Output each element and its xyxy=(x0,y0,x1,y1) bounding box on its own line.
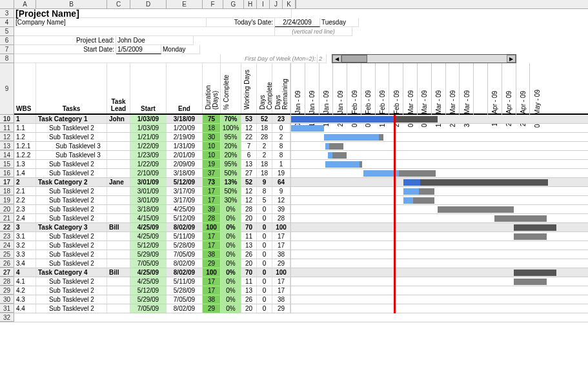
cell-start[interactable]: 4/25/09 xyxy=(130,268,167,277)
row-number[interactable]: 24 xyxy=(0,241,14,250)
cell-task[interactable]: Sub Tasklevel 2 xyxy=(36,205,107,213)
column-header-J[interactable]: J xyxy=(270,0,283,8)
table-row[interactable]: 223Task Category 3Bill4/25/098/02/091000… xyxy=(0,223,588,232)
row-number[interactable]: 9 xyxy=(0,63,14,115)
row-number[interactable]: 32 xyxy=(0,313,14,322)
column-header-E[interactable]: E xyxy=(167,0,203,8)
cell-pct[interactable]: 0% xyxy=(221,241,241,250)
start-date-cell[interactable]: 1/5/2009 xyxy=(116,45,161,54)
row-number[interactable]: 26 xyxy=(0,259,14,268)
row-number[interactable]: 6 xyxy=(0,36,14,45)
cell-dc[interactable]: 0 xyxy=(257,241,272,250)
cell-pct[interactable]: 20% xyxy=(221,151,241,159)
table-row[interactable]: 121.2Sub Tasklevel 21/21/092/19/093095%2… xyxy=(0,133,588,142)
cell-end[interactable]: 8/02/09 xyxy=(167,268,203,277)
cell-dc[interactable]: 0 xyxy=(257,205,272,213)
cell-duration[interactable]: 17 xyxy=(203,277,221,286)
table-row[interactable]: 243.2Sub Tasklevel 25/12/095/28/09170%13… xyxy=(0,241,588,250)
col-header-end[interactable]: End xyxy=(167,63,203,113)
cell-start[interactable]: 2/10/09 xyxy=(130,169,167,177)
cell-dc[interactable]: 0 xyxy=(257,259,272,268)
column-header-K[interactable]: K xyxy=(283,0,296,8)
cell-start[interactable]: 4/25/09 xyxy=(130,223,167,231)
cell-dc[interactable]: 0 xyxy=(257,214,272,222)
cell-dr[interactable]: 9 xyxy=(272,187,290,195)
cell-start[interactable]: 3/18/09 xyxy=(130,205,167,213)
cell-pct[interactable]: 30% xyxy=(221,196,241,204)
timeline-date[interactable]: 13 - Apr - 09 xyxy=(487,63,502,115)
cell-start[interactable]: 5/12/09 xyxy=(130,286,167,295)
column-header-C[interactable]: C xyxy=(107,0,130,8)
table-row[interactable]: 111.1Sub Tasklevel 21/03/091/20/0918100%… xyxy=(0,124,588,133)
cell-duration[interactable]: 17 xyxy=(203,196,221,204)
cell-dc[interactable]: 8 xyxy=(257,187,272,195)
cell-end[interactable]: 3/18/09 xyxy=(167,169,203,177)
cell-dc[interactable]: 18 xyxy=(257,160,272,168)
project-lead-cell[interactable]: John Doe xyxy=(116,36,194,45)
cell-task[interactable]: Sub Tasklevel 2 xyxy=(36,169,107,177)
cell-task[interactable]: Task Category 3 xyxy=(36,223,107,231)
cell-start[interactable]: 3/01/09 xyxy=(130,187,167,195)
cell-end[interactable]: 5/12/09 xyxy=(167,214,203,222)
cell-task[interactable]: Sub Tasklevel 2 xyxy=(36,124,107,132)
cell-dr[interactable]: 8 xyxy=(272,142,290,150)
column-header-B[interactable]: B xyxy=(36,0,107,8)
todays-date-cell[interactable]: 2/24/2009 xyxy=(275,18,320,27)
cell-lead[interactable] xyxy=(107,304,130,313)
cell-end[interactable]: 5/28/09 xyxy=(167,241,203,250)
cell-lead[interactable] xyxy=(107,205,130,213)
timeline-date[interactable]: 23 - Mar - 09 xyxy=(445,63,460,115)
timeline-date[interactable]: 04 - May - 09 xyxy=(529,63,543,115)
cell-wbs[interactable]: 2.2 xyxy=(14,196,36,204)
col-header-tasks[interactable]: Tasks xyxy=(36,63,107,113)
cell-task[interactable]: Sub Tasklevel 2 xyxy=(36,133,107,141)
cell-end[interactable]: 2/09/09 xyxy=(167,160,203,168)
cell-dr[interactable]: 12 xyxy=(272,196,290,204)
timeline-date[interactable]: 30 - Mar - 09 xyxy=(459,63,473,115)
row-number[interactable]: 20 xyxy=(0,205,14,213)
cell-lead[interactable]: John xyxy=(107,115,130,123)
cell-lead[interactable] xyxy=(107,286,130,295)
timeline-date[interactable]: 02 - Feb - 09 xyxy=(347,63,361,115)
project-name-cell[interactable]: [Project Name] xyxy=(14,9,292,18)
cell-wd[interactable]: 6 xyxy=(241,151,257,159)
cell-wd[interactable]: 52 xyxy=(241,178,257,186)
cell-start[interactable]: 1/22/09 xyxy=(130,160,167,168)
cell-pct[interactable]: 95% xyxy=(221,133,241,141)
row-number[interactable]: 3 xyxy=(0,9,14,18)
cell-wbs[interactable]: 1.2.1 xyxy=(14,142,36,150)
cell-dc[interactable]: 28 xyxy=(257,133,272,141)
cell-dr[interactable]: 29 xyxy=(272,304,290,313)
cell-dc[interactable]: 0 xyxy=(257,277,272,286)
cell-pct[interactable]: 0% xyxy=(221,277,241,286)
column-header-H[interactable]: H xyxy=(244,0,257,8)
cell-wbs[interactable]: 2.3 xyxy=(14,205,36,213)
cell-dc[interactable]: 0 xyxy=(257,223,272,231)
cell-dr[interactable]: 100 xyxy=(272,268,290,277)
col-header-wd[interactable]: Working Days xyxy=(241,63,257,113)
cell-start[interactable]: 1/21/09 xyxy=(130,133,167,141)
cell-lead[interactable] xyxy=(107,169,130,177)
col-header-start[interactable]: Start xyxy=(130,63,167,113)
cell-lead[interactable] xyxy=(107,295,130,304)
cell-end[interactable]: 8/02/09 xyxy=(167,259,203,268)
cell-task[interactable]: Task Category 1 xyxy=(36,115,107,123)
cell-task[interactable]: Sub Tasklevel 2 xyxy=(36,304,107,313)
cell-pct[interactable]: 13% xyxy=(221,178,241,186)
cell-dr[interactable]: 64 xyxy=(272,178,290,186)
cell-wbs[interactable]: 4.3 xyxy=(14,295,36,304)
cell-duration[interactable]: 10 xyxy=(203,151,221,159)
cell-pct[interactable]: 100% xyxy=(221,124,241,132)
cell-dc[interactable]: 2 xyxy=(257,142,272,150)
cell-start[interactable]: 1/22/09 xyxy=(130,142,167,150)
cell-task[interactable]: Sub Tasklevel 2 xyxy=(36,196,107,204)
table-row[interactable]: 212.4Sub Tasklevel 24/15/095/12/09280%20… xyxy=(0,214,588,223)
cell-dc[interactable]: 0 xyxy=(257,268,272,277)
cell-dr[interactable]: 23 xyxy=(272,115,290,123)
cell-start[interactable]: 4/25/09 xyxy=(130,232,167,241)
table-row[interactable]: 233.1Sub Tasklevel 24/25/095/11/09170%11… xyxy=(0,232,588,241)
row-number[interactable]: 8 xyxy=(0,54,14,63)
cell-dc[interactable]: 5 xyxy=(257,196,272,204)
cell-wbs[interactable]: 1.2 xyxy=(14,133,36,141)
cell-start[interactable]: 1/23/09 xyxy=(130,151,167,159)
